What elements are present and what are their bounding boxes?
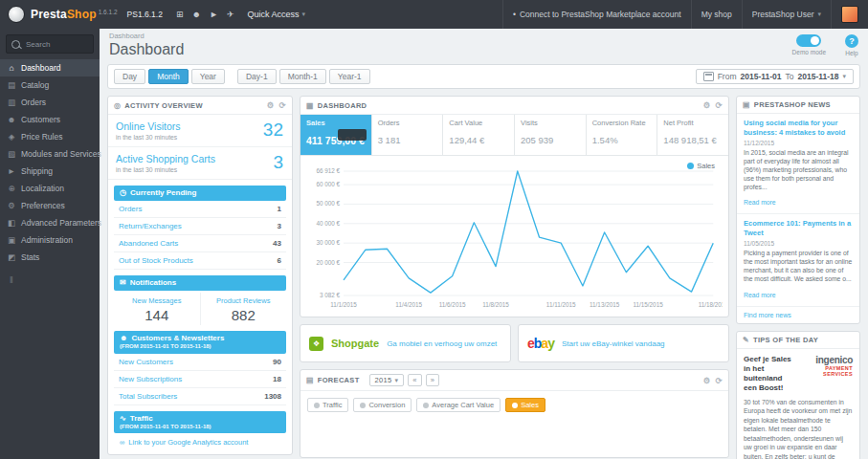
refresh-icon[interactable]: ⟳ [716, 376, 723, 385]
sidebar-item-label: Preferences [21, 201, 65, 210]
read-more-link[interactable]: Read more [744, 199, 776, 206]
traffic-dot-icon [314, 403, 320, 408]
svg-text:11/15/2015: 11/15/2015 [633, 301, 663, 308]
forecast-chip-traffic[interactable]: Traffic [307, 398, 348, 412]
refresh-icon[interactable]: ⟳ [716, 100, 723, 110]
svg-text:11/18/2015: 11/18/2015 [699, 301, 723, 308]
gear-icon[interactable]: ⚙ [267, 100, 275, 110]
kpi-orders[interactable]: Orders 3 181 [372, 115, 444, 155]
legend-label: Sales [697, 162, 715, 170]
kpi-value: 148 918,51 € [663, 135, 723, 145]
shopgate-link[interactable]: Ga mobiel en verhoog uw omzet [387, 339, 497, 348]
sidebar-item-advanced-parameters[interactable]: ◧Advanced Parameters [0, 214, 100, 231]
filter-year-button[interactable]: Year [191, 69, 225, 84]
traffic-range: (FROM 2015-11-01 TO 2015-11-18) [120, 424, 280, 431]
row-label[interactable]: Out of Stock Products [119, 256, 193, 265]
date-range-picker[interactable]: From 2015-11-01 To 2015-11-18 ▾ [696, 69, 854, 84]
gear-icon[interactable]: ⚙ [703, 100, 711, 110]
sidebar-item-orders[interactable]: ▥Orders [0, 94, 100, 111]
ebay-letter: y [547, 336, 554, 351]
forecast-chip-average-cart-value[interactable]: Average Cart Value [416, 398, 501, 412]
row-label[interactable]: Return/Exchanges [119, 222, 182, 230]
gear-icon[interactable]: ⚙ [703, 376, 711, 385]
sidebar-item-stats[interactable]: ◩Stats [0, 249, 100, 266]
sidebar-item-administration[interactable]: ▣Administration [0, 231, 100, 249]
pending-row-out-of-stock: Out of Stock Products6 [114, 252, 286, 270]
kpi-conversion-rate[interactable]: Conversion Rate 1.54% [587, 115, 658, 155]
product-reviews-cell[interactable]: Product Reviews 882 [200, 293, 287, 325]
sidebar-item-modules[interactable]: ▧Modules and Services [0, 145, 100, 163]
chart-legend[interactable]: Sales [687, 162, 715, 170]
forecast-next-button[interactable]: » [426, 374, 439, 386]
my-shop-link[interactable]: My shop [691, 0, 742, 29]
row-label[interactable]: Orders [119, 205, 142, 213]
ebay-link[interactable]: Start uw eBay-winkel vandaag [562, 339, 665, 348]
quick-access-menu[interactable]: Quick Access ▾ [247, 10, 305, 19]
row-label[interactable]: New Subscriptions [119, 375, 182, 383]
panel-header-icons: ⚙ ⟳ [703, 376, 723, 385]
sidebar-item-catalog[interactable]: ▤Catalog [0, 76, 100, 94]
sidebar-item-dashboard[interactable]: ⌂Dashboard [0, 59, 100, 76]
notifications-title: Notifications [130, 278, 176, 288]
filter-month-1-button[interactable]: Month-1 [279, 69, 326, 84]
avatar-wrap[interactable] [831, 0, 868, 29]
new-messages-cell[interactable]: New Messages 144 [114, 293, 200, 325]
news-item-title[interactable]: Ecommerce 101: Payments in a Tweet [744, 219, 853, 238]
sidebar-collapse-button[interactable]: ‖ [0, 266, 100, 295]
tips-headline: Geef je Sales in het buitenland een Boos… [744, 355, 795, 393]
employee-icon[interactable]: ☻ [191, 10, 200, 19]
date-to-value: 2015-11-18 [797, 72, 838, 81]
chip-label: Sales [521, 401, 539, 409]
news-item-title[interactable]: Using social media for your business: 4 … [744, 119, 853, 138]
marketplace-link[interactable]: • Connect to PrestaShop Marketplace acco… [502, 0, 691, 29]
sidebar-item-localization[interactable]: ⊕Localization [0, 180, 100, 197]
row-label[interactable]: Total Subscribers [119, 392, 177, 401]
forecast-year-select[interactable]: 2015 ▾ [369, 374, 405, 386]
sales-dark-badge [338, 129, 367, 141]
sales-series-dot-icon [687, 163, 694, 169]
filter-day-button[interactable]: Day [114, 69, 145, 84]
filter-day-1-button[interactable]: Day-1 [237, 69, 277, 84]
analytics-link-label: Link to your Google Analytics account [128, 438, 248, 447]
globe-icon: ⊕ [7, 184, 16, 193]
find-more-news-link[interactable]: Find more news [737, 307, 859, 323]
sidebar-item-preferences[interactable]: ⚙Preferences [0, 197, 100, 214]
sidebar-item-price-rules[interactable]: ◈Price Rules [0, 128, 100, 145]
help-button[interactable]: ? Help [845, 34, 858, 56]
gift-icon[interactable]: ✈ [227, 10, 234, 19]
sidebar-item-customers[interactable]: ☻Customers [0, 111, 100, 128]
forecast-chip-conversion[interactable]: Conversion [353, 398, 412, 412]
middle-column: ▦ DASHBOARD ⚙ ⟳ Sales 411 759,00 € [300, 96, 729, 459]
pending-row-abandoned-carts: Abandoned Carts43 [114, 235, 286, 252]
kpi-cart-value[interactable]: Cart Value 129,44 € [443, 115, 515, 155]
user-menu[interactable]: PrestaShop User ▾ [742, 0, 831, 29]
notifications-header: ✉Notifications [114, 275, 286, 291]
demo-mode-toggle[interactable]: Demo mode [792, 34, 826, 55]
forecast-prev-button[interactable]: « [408, 374, 421, 386]
kpi-label: Conversion Rate [592, 119, 652, 127]
search-input[interactable] [24, 39, 95, 50]
cart-icon[interactable]: ⊞ [176, 10, 184, 19]
google-analytics-link[interactable]: ∞ Link to your Google Analytics account [114, 433, 286, 454]
row-value: 43 [273, 239, 281, 248]
kpi-label: Sales [306, 119, 366, 127]
row-label[interactable]: Abandoned Carts [119, 239, 178, 248]
main-content: Dashboard Dashboard Demo mode ? Help Day… [100, 29, 868, 459]
forecast-chip-sales[interactable]: Sales [505, 398, 545, 412]
sidebar-search[interactable] [6, 34, 94, 54]
shopgate-logo-icon: ❖ [309, 337, 323, 351]
sidebar-item-shipping[interactable]: ►Shipping [0, 163, 100, 180]
read-more-link[interactable]: Read more [744, 292, 776, 298]
refresh-icon[interactable]: ⟳ [279, 100, 286, 110]
kpi-net-profit[interactable]: Net Profit 148 918,51 € [657, 115, 728, 155]
svg-text:11/11/2015: 11/11/2015 [546, 301, 576, 308]
kpi-sales[interactable]: Sales 411 759,00 € [300, 115, 372, 155]
filter-month-button[interactable]: Month [148, 69, 189, 84]
right-column: ▣ PRESTASHOP NEWS Using social media for… [736, 96, 860, 459]
kpi-visits[interactable]: Visits 205 939 [515, 115, 587, 155]
truck-icon[interactable]: ► [210, 10, 218, 19]
sidebar-item-label: Stats [21, 252, 39, 262]
brand: PrestaShop [31, 8, 97, 21]
filter-year-1-button[interactable]: Year-1 [329, 69, 370, 84]
row-label[interactable]: New Customers [119, 358, 173, 366]
